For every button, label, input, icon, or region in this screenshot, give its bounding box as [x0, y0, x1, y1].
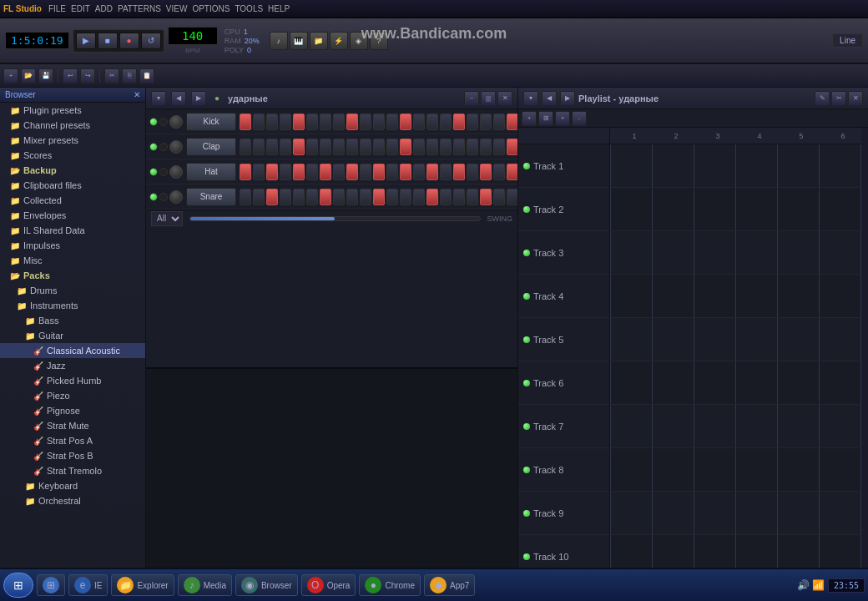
piano-roll-btn[interactable]: 🎹 [290, 32, 308, 50]
beat-step-12[interactable] [400, 189, 411, 205]
playlist-track-7[interactable] [610, 405, 868, 448]
beat-step-3[interactable] [280, 114, 291, 130]
beat-led-off[interactable] [159, 168, 168, 176]
beat-knob[interactable] [169, 190, 183, 204]
sidebar-item-il-shared-data[interactable]: 📁IL Shared Data [0, 223, 145, 238]
beat-step-11[interactable] [386, 139, 398, 155]
beat-step-4[interactable] [293, 189, 305, 205]
menu-edit[interactable]: EDIT [71, 4, 90, 13]
playlist-track-9[interactable] [610, 492, 868, 535]
sidebar-item-envelopes[interactable]: 📁Envelopes [0, 208, 145, 223]
playlist-track-8[interactable] [610, 448, 868, 492]
beat-step-8[interactable] [346, 189, 358, 205]
vertical-scrollbar[interactable] [861, 128, 868, 568]
beat-step-15[interactable] [440, 164, 452, 180]
beat-step-2[interactable] [266, 114, 278, 130]
playlist-minimize-btn[interactable]: ▾ [523, 91, 538, 106]
beat-step-20[interactable] [507, 189, 517, 205]
beat-knob[interactable] [169, 140, 183, 154]
beat-step-10[interactable] [373, 114, 385, 130]
beat-step-11[interactable] [386, 114, 398, 130]
sidebar-item-bass[interactable]: 📁Bass [0, 313, 145, 328]
beat-step-14[interactable] [426, 164, 438, 180]
beat-step-1[interactable] [253, 114, 265, 130]
beat-step-7[interactable] [333, 139, 345, 155]
playlist-track-1[interactable] [610, 144, 868, 188]
beat-step-18[interactable] [480, 114, 492, 130]
track-label-4[interactable]: Track 4 [518, 275, 609, 318]
beat-step-17[interactable] [467, 114, 478, 130]
track-label-7[interactable]: Track 7 [518, 405, 609, 448]
menu-add[interactable]: ADD [95, 4, 113, 13]
beat-knob[interactable] [169, 115, 183, 129]
beat-step-18[interactable] [480, 164, 492, 180]
beat-close-btn[interactable]: ✕ [497, 91, 512, 106]
beat-step-16[interactable] [453, 189, 465, 205]
beat-step-3[interactable] [280, 189, 291, 205]
playlist-track-2[interactable] [610, 188, 868, 231]
sidebar-item-orchestral[interactable]: 📁Orchestral [0, 493, 145, 508]
beat-step-9[interactable] [360, 114, 371, 130]
beat-next-btn[interactable]: ▶ [191, 91, 206, 106]
playlist-tool2[interactable]: ✂ [831, 91, 846, 106]
beat-step-15[interactable] [440, 189, 452, 205]
beat-step-19[interactable] [493, 164, 505, 180]
beat-led-off[interactable] [159, 118, 168, 126]
beat-step-13[interactable] [413, 139, 425, 155]
beat-step-14[interactable] [426, 139, 438, 155]
menu-view[interactable]: VIEW [166, 4, 188, 13]
plugin-btn[interactable]: ⚡ [330, 32, 348, 50]
beat-step-9[interactable] [360, 189, 371, 205]
beat-step-7[interactable] [333, 164, 345, 180]
beat-step-13[interactable] [413, 164, 425, 180]
beat-step-12[interactable] [400, 139, 411, 155]
sidebar-item-picked-humb[interactable]: 🎸Picked Humb [0, 373, 145, 388]
beat-step-12[interactable] [400, 114, 411, 130]
beat-step-5[interactable] [306, 139, 318, 155]
beat-step-20[interactable] [507, 114, 517, 130]
sidebar-item-collected[interactable]: 📁Collected [0, 193, 145, 208]
sidebar-item-strat-mute[interactable]: 🎸Strat Mute [0, 418, 145, 433]
beat-step-2[interactable] [266, 164, 278, 180]
beat-step-19[interactable] [493, 189, 505, 205]
track-label-1[interactable]: Track 1 [518, 144, 609, 188]
playlist-grid-btn[interactable]: ⊞ [538, 111, 553, 126]
sidebar-item-guitar[interactable]: 📁Guitar [0, 328, 145, 343]
beat-step-1[interactable] [253, 139, 265, 155]
sidebar-item-backup[interactable]: 📂Backup [0, 163, 145, 178]
track-label-3[interactable]: Track 3 [518, 231, 609, 275]
sidebar-item-clipboard-files[interactable]: 📁Clipboard files [0, 178, 145, 193]
sidebar-item-classical-acoustic[interactable]: 🎸Classical Acoustic [0, 343, 145, 358]
bpm-display[interactable]: 140 [168, 27, 218, 45]
beat-name-snare[interactable]: Snare [186, 188, 236, 206]
playlist-add-btn[interactable]: + [522, 111, 537, 126]
sidebar-item-strat-pos-a[interactable]: 🎸Strat Pos A [0, 433, 145, 448]
beat-led-green[interactable] [149, 168, 158, 176]
beat-step-5[interactable] [306, 114, 318, 130]
beat-step-8[interactable] [346, 139, 358, 155]
redo-btn[interactable]: ↪ [80, 68, 95, 83]
playlist-grid[interactable]: 123456 [610, 128, 868, 568]
beat-step-13[interactable] [413, 189, 425, 205]
beat-minimize-btn[interactable]: ▾ [151, 91, 166, 106]
beat-step-6[interactable] [320, 139, 331, 155]
beat-step-1[interactable] [253, 189, 265, 205]
sidebar-item-drums[interactable]: 📁Drums [0, 283, 145, 298]
play-button[interactable]: ▶ [76, 33, 96, 49]
beat-step-20[interactable] [507, 139, 517, 155]
save-btn[interactable]: 💾 [38, 68, 53, 83]
beat-knob[interactable] [169, 165, 183, 179]
playlist-zoom-out[interactable]: - [572, 111, 587, 126]
playlist-track-3[interactable] [610, 231, 868, 275]
beat-step-10[interactable] [373, 139, 385, 155]
sidebar-item-mixer-presets[interactable]: 📁Mixer presets [0, 133, 145, 148]
beat-step-9[interactable] [360, 139, 371, 155]
taskbar-app-explorer[interactable]: 📁Explorer [111, 574, 174, 596]
plugin2-btn[interactable]: ◈ [350, 32, 368, 50]
playlist-track-6[interactable] [610, 361, 868, 405]
beat-step-0[interactable] [240, 189, 251, 205]
beat-step-16[interactable] [453, 139, 465, 155]
loop-button[interactable]: ↺ [141, 33, 161, 49]
taskbar-app-media[interactable]: ♪Media [178, 574, 232, 596]
beat-step-4[interactable] [293, 114, 305, 130]
